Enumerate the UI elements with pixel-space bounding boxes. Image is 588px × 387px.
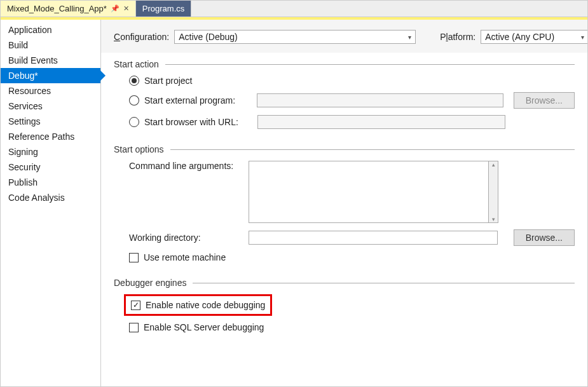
- section-start-action: Start action Start project Start externa…: [101, 53, 587, 138]
- config-row: Configuration: Active (Debug) ▾ Platform…: [101, 20, 587, 53]
- sidebar-item-build-events[interactable]: Build Events: [1, 53, 100, 68]
- radio-start-browser[interactable]: [129, 117, 139, 127]
- browse-button-external[interactable]: Browse...: [514, 92, 575, 109]
- sidebar-item-build[interactable]: Build: [1, 37, 100, 53]
- external-program-input[interactable]: [257, 93, 503, 107]
- cmd-args-label: Command line arguments:: [129, 161, 243, 171]
- radio-start-project[interactable]: [129, 76, 139, 86]
- sidebar-item-resources[interactable]: Resources: [1, 83, 100, 98]
- sql-debugging-label: Enable SQL Server debugging: [144, 322, 264, 332]
- sidebar-item-signing[interactable]: Signing: [1, 144, 100, 160]
- close-icon[interactable]: ✕: [123, 4, 129, 13]
- pin-icon[interactable]: 📌: [111, 4, 120, 13]
- configuration-value: Active (Debug): [179, 32, 238, 42]
- radio-label: Start project: [144, 76, 192, 86]
- configuration-dropdown[interactable]: Active (Debug) ▾: [174, 30, 416, 44]
- platform-label: Platform:: [440, 32, 475, 42]
- sidebar-item-services[interactable]: Services: [1, 98, 100, 114]
- remote-label: Use remote machine: [144, 252, 226, 262]
- sidebar-item-security[interactable]: Security: [1, 160, 100, 175]
- sidebar-item-debug[interactable]: Debug*: [1, 68, 100, 83]
- section-title: Start options: [114, 144, 164, 154]
- section-title: Start action: [114, 59, 159, 69]
- working-dir-input[interactable]: [249, 231, 498, 245]
- working-dir-label: Working directory:: [129, 233, 243, 243]
- sidebar-item-settings[interactable]: Settings: [1, 114, 100, 129]
- tab-bar: Mixed_Mode_Calling_App* 📌 ✕ Program.cs: [1, 1, 587, 17]
- scroll-up-icon[interactable]: ▴: [489, 161, 498, 168]
- divider: [193, 283, 575, 283]
- browser-url-input[interactable]: [257, 115, 505, 129]
- radio-start-external[interactable]: [129, 95, 139, 105]
- tab-label: Mixed_Mode_Calling_App*: [7, 4, 107, 13]
- sidebar-item-application[interactable]: Application: [1, 22, 100, 37]
- platform-dropdown[interactable]: Active (Any CPU) ▾: [481, 30, 587, 44]
- sidebar: Application Build Build Events Debug* Re…: [1, 20, 101, 386]
- scroll-down-icon[interactable]: ▾: [489, 216, 498, 222]
- cmd-args-textarea[interactable]: [249, 161, 489, 223]
- radio-label: Start browser with URL:: [144, 117, 252, 127]
- sidebar-item-publish[interactable]: Publish: [1, 175, 100, 190]
- section-title: Debugger engines: [114, 278, 186, 288]
- section-start-options: Start options Command line arguments: ▴ …: [101, 138, 587, 271]
- divider: [165, 64, 575, 65]
- content-panel: Configuration: Active (Debug) ▾ Platform…: [101, 20, 587, 386]
- highlight-native-debugging: ✓ Enable native code debugging: [124, 294, 272, 316]
- tab-active[interactable]: Mixed_Mode_Calling_App* 📌 ✕: [1, 1, 136, 17]
- chevron-down-icon: ▾: [581, 34, 584, 41]
- sidebar-item-code-analysis[interactable]: Code Analysis: [1, 190, 100, 205]
- chevron-down-icon: ▾: [408, 34, 411, 41]
- tab-inactive[interactable]: Program.cs: [136, 1, 191, 17]
- platform-value: Active (Any CPU): [485, 32, 554, 42]
- sidebar-item-reference-paths[interactable]: Reference Paths: [1, 129, 100, 144]
- configuration-label: Configuration:: [114, 32, 169, 42]
- checkbox-sql-debugging[interactable]: [129, 323, 139, 332]
- checkbox-native-debugging[interactable]: ✓: [131, 301, 140, 310]
- radio-label: Start external program:: [144, 95, 252, 105]
- checkbox-remote[interactable]: [129, 253, 139, 262]
- section-debugger-engines: Debugger engines ✓ Enable native code de…: [101, 271, 587, 341]
- tab-label: Program.cs: [142, 4, 184, 13]
- native-debugging-label: Enable native code debugging: [146, 300, 265, 310]
- divider: [170, 149, 575, 150]
- browse-button-workdir[interactable]: Browse...: [514, 229, 575, 246]
